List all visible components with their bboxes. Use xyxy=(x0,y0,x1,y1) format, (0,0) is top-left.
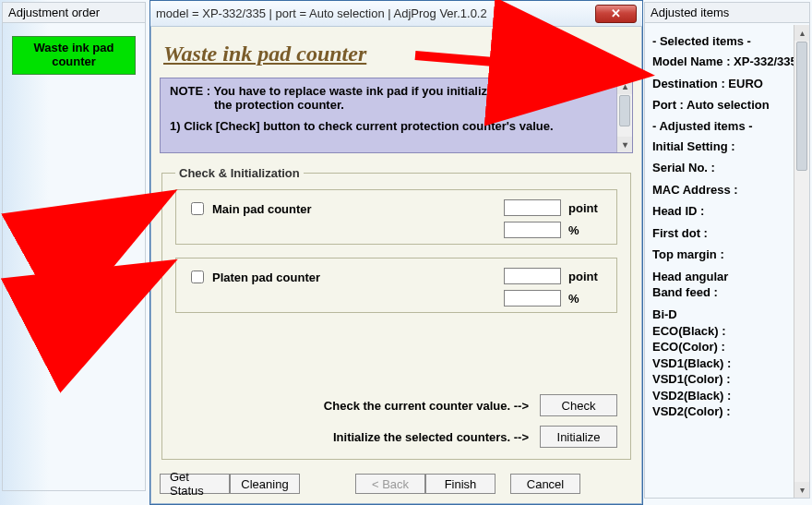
adjusted-items-scrollbar[interactable]: ▴ ▾ xyxy=(794,25,809,498)
dialog-titlebar[interactable]: model = XP-332/335 | port = Auto selecti… xyxy=(150,1,642,27)
back-button: < Back xyxy=(355,474,425,494)
note-scrollbar[interactable]: ▴ ▾ xyxy=(616,78,632,152)
port: Port : Auto selection xyxy=(652,97,806,114)
initialize-button[interactable]: Initialize xyxy=(540,426,617,448)
adjusted-items-scroll: - Selected items - Model Name : XP-332/3… xyxy=(647,25,809,498)
note-box: NOTE : You have to replace waste ink pad… xyxy=(160,78,633,153)
scrollbar-thumb[interactable] xyxy=(619,95,630,126)
platen-pad-counter-box: Platen pad counter point % xyxy=(175,258,617,313)
cleaning-button[interactable]: Cleaning xyxy=(230,474,300,494)
adjusted-item: Initial Setting : xyxy=(652,138,806,155)
main-pad-label: Main pad counter xyxy=(212,202,312,216)
main-pad-checkbox[interactable] xyxy=(191,202,204,215)
check-initialization-legend: Check & Initialization xyxy=(175,166,304,180)
platen-pad-label: Platen pad counter xyxy=(212,271,320,284)
waste-ink-pad-dialog: model = XP-332/335 | port = Auto selecti… xyxy=(149,0,643,505)
page-title: Waste ink pad counter xyxy=(163,42,633,66)
scroll-up-icon[interactable]: ▴ xyxy=(617,78,632,94)
get-status-button[interactable]: Get Status xyxy=(160,474,230,494)
cancel-button[interactable]: Cancel xyxy=(510,474,580,494)
close-icon: ✕ xyxy=(611,6,621,20)
adjusted-item: VSD2(Color) : xyxy=(652,403,806,420)
adjusted-item: VSD1(Black) : xyxy=(652,355,806,372)
scroll-down-icon[interactable]: ▾ xyxy=(617,137,632,152)
main-pad-counter-box: Main pad counter point % xyxy=(175,189,617,245)
close-button[interactable]: ✕ xyxy=(595,5,637,23)
note-line: NOTE : You have to replace waste ink pad… xyxy=(170,84,608,98)
waste-ink-pad-counter-button[interactable]: Waste ink pad counter xyxy=(12,36,136,75)
main-pad-point-value xyxy=(504,199,561,216)
main-pad-percent-unit: % xyxy=(568,223,605,237)
finish-button[interactable]: Finish xyxy=(425,474,496,494)
adjustment-order-panel: Adjustment order Waste ink pad counter xyxy=(2,2,146,491)
dialog-title: model = XP-332/335 | port = Auto selecti… xyxy=(156,6,487,20)
note-line: the protection counter. xyxy=(170,98,608,112)
platen-pad-checkbox[interactable] xyxy=(191,271,204,283)
adjusted-item: First dot : xyxy=(652,225,806,242)
scrollbar-thumb[interactable] xyxy=(796,42,807,171)
waste-ink-pad-counter-button-label: Waste ink pad counter xyxy=(13,42,135,69)
note-line: 1) Click [Check] button to check current… xyxy=(170,119,608,133)
platen-pad-percent-unit: % xyxy=(568,292,605,306)
adjusted-item: Head ID : xyxy=(652,203,806,220)
adjusted-item: Head angular xyxy=(652,269,806,285)
adjusted-item: Serial No. : xyxy=(652,160,806,176)
main-pad-percent-value xyxy=(504,222,561,238)
check-initialization-group: Check & Initialization Main pad counter … xyxy=(161,166,631,460)
main-pad-point-unit: point xyxy=(568,201,605,215)
destination: Destination : EURO xyxy=(652,76,806,92)
check-prompt: Check the current counter value. --> xyxy=(324,399,529,413)
platen-pad-point-value xyxy=(504,268,561,284)
check-button[interactable]: Check xyxy=(540,394,617,416)
adjusted-item: Band feed : xyxy=(652,284,806,301)
adjusted-item: Bi-D xyxy=(652,307,806,323)
adjusted-items-panel: Adjusted items - Selected items - Model … xyxy=(644,2,810,499)
model-name: Model Name : XP-332/335 xyxy=(652,54,806,70)
adjusted-items-title: Adjusted items xyxy=(645,3,809,23)
selected-items-heading: - Selected items - xyxy=(652,34,806,48)
scroll-down-icon[interactable]: ▾ xyxy=(794,482,809,498)
adjusted-item: ECO(Color) : xyxy=(652,339,806,355)
scroll-up-icon[interactable]: ▴ xyxy=(794,25,809,41)
adjusted-item: MAC Address : xyxy=(652,182,806,198)
adjusted-items-heading: - Adjusted items - xyxy=(652,119,806,133)
adjusted-item: ECO(Black) : xyxy=(652,323,806,340)
adjusted-item: Top margin : xyxy=(652,246,806,263)
adjusted-item: VSD1(Color) : xyxy=(652,371,806,388)
adjustment-order-title: Adjustment order xyxy=(3,3,145,23)
platen-pad-point-unit: point xyxy=(568,270,605,283)
adjusted-item: VSD2(Black) : xyxy=(652,388,806,404)
initialize-prompt: Initialize the selected counters. --> xyxy=(333,430,529,444)
dialog-bottom-row: Get Status Cleaning < Back Finish Cancel xyxy=(160,471,633,497)
platen-pad-percent-value xyxy=(504,290,561,307)
